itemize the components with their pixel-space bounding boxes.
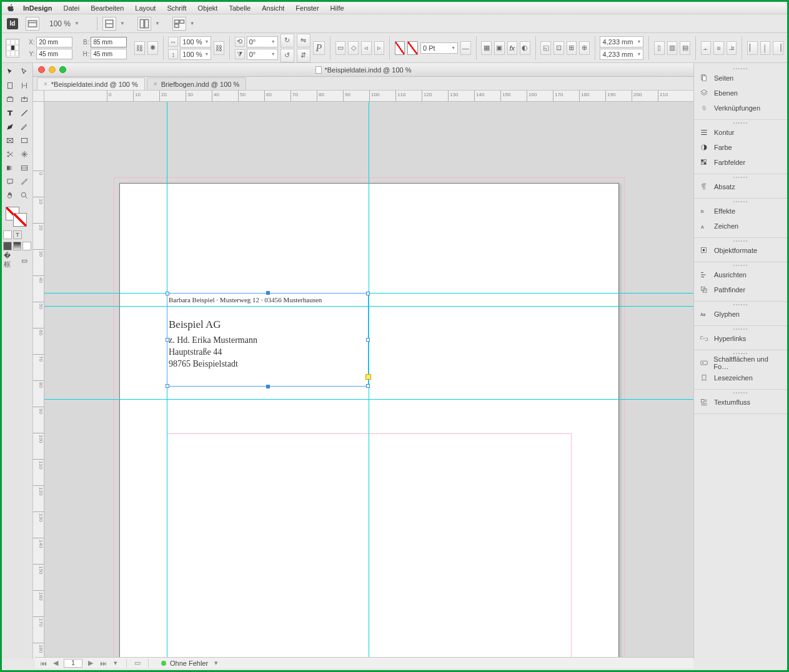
zoom-tool[interactable]: [18, 189, 32, 202]
wrap-none-icon[interactable]: ▦: [481, 41, 492, 55]
stroke-swatch[interactable]: [407, 41, 418, 55]
page-menu-icon[interactable]: ▾: [111, 659, 120, 668]
formatting-text-icon[interactable]: T: [13, 230, 22, 239]
arrange-icon[interactable]: [172, 17, 186, 31]
reference-point[interactable]: [6, 39, 19, 57]
page-tool[interactable]: [3, 79, 17, 92]
panel-bookmark[interactable]: Lesezeichen: [694, 370, 787, 385]
stroke-style-icon[interactable]: —: [460, 41, 471, 55]
pen-tool[interactable]: [3, 121, 17, 133]
screen-mode-icon[interactable]: [137, 17, 151, 31]
align-right-icon[interactable]: ▕: [773, 41, 783, 55]
menu-tabelle[interactable]: Tabelle: [229, 4, 251, 12]
fit-frame-icon[interactable]: ⊞: [567, 41, 577, 55]
content-collector-tool[interactable]: [3, 93, 17, 106]
shear[interactable]: 0°▼: [247, 49, 278, 60]
panel-pages[interactable]: Seiten: [694, 71, 787, 86]
gradient-swatch-tool[interactable]: [3, 162, 17, 174]
align-left-icon[interactable]: ▏: [747, 41, 758, 55]
handle[interactable]: [166, 292, 169, 295]
tab-close-icon[interactable]: ×: [44, 81, 47, 87]
gradient-feather-tool[interactable]: [18, 162, 32, 174]
tab-inactive[interactable]: ×Briefbogen.indd @ 100 %: [147, 77, 246, 90]
guide[interactable]: [369, 102, 369, 659]
corner-icon[interactable]: ◱: [540, 41, 551, 55]
scale-y[interactable]: 100 %▼: [180, 49, 211, 60]
select-prev-icon[interactable]: ◃: [361, 41, 372, 55]
handle[interactable]: [366, 292, 370, 295]
zoom-dropdown-icon[interactable]: ▼: [74, 21, 79, 26]
panel-align[interactable]: Ausrichten: [694, 267, 787, 282]
height-field[interactable]: [91, 49, 127, 59]
menu-datei[interactable]: Datei: [63, 4, 79, 12]
panel-char[interactable]: AZeichen: [694, 219, 787, 234]
panel-swatches[interactable]: Farbfelder: [694, 155, 787, 170]
fill-swatch[interactable]: [395, 41, 405, 55]
dist-top-icon[interactable]: ⫠: [701, 41, 712, 55]
handle[interactable]: [166, 384, 169, 388]
handle[interactable]: [366, 338, 370, 342]
opacity-icon[interactable]: ◐: [520, 41, 530, 55]
rotate-ccw-icon[interactable]: ↺: [280, 49, 294, 62]
fill-stroke-swap[interactable]: [3, 207, 31, 228]
col-2-icon[interactable]: ▥: [667, 41, 678, 55]
fit-content-icon[interactable]: ⊡: [553, 41, 564, 55]
close-icon[interactable]: [38, 66, 45, 73]
eyedropper-tool[interactable]: [18, 175, 32, 188]
col-1-icon[interactable]: ▯: [654, 41, 665, 55]
menu-ansicht[interactable]: Ansicht: [262, 4, 284, 12]
text-frame-selected[interactable]: Barbara Beispiel · Musterweg 12 · 03456 …: [167, 293, 369, 387]
menu-bearbeiten[interactable]: Bearbeiten: [91, 4, 124, 12]
gap-a[interactable]: 4,233 mm▼: [600, 36, 643, 47]
panel-para[interactable]: Absatz: [694, 179, 787, 194]
ruler-horizontal[interactable]: 0102030405060708090100110120130140150160…: [44, 91, 693, 102]
gradient-icon[interactable]: [13, 242, 22, 250]
panel-color[interactable]: Farbe: [694, 140, 787, 155]
fx-icon[interactable]: fx: [507, 41, 518, 55]
y-field[interactable]: [36, 49, 72, 59]
handle[interactable]: [366, 384, 370, 388]
dd-icon[interactable]: ▼: [190, 21, 195, 26]
view-mode-preview[interactable]: ▭: [18, 254, 32, 267]
apply-color-icon[interactable]: [3, 230, 12, 239]
flip-v-icon[interactable]: ⇵: [297, 49, 310, 62]
panel-links[interactable]: Verknüpfungen: [694, 101, 787, 116]
line-tool[interactable]: [18, 107, 32, 119]
dd-icon[interactable]: ▼: [155, 21, 160, 26]
select-content-icon[interactable]: ◇: [348, 41, 359, 55]
free-transform-tool[interactable]: [18, 148, 32, 161]
preflight-label[interactable]: Ohne Fehler: [170, 660, 208, 667]
note-tool[interactable]: [3, 175, 17, 188]
tab-active[interactable]: ×*Beispieldatei.indd @ 100 %: [37, 77, 145, 90]
panel-hyperlink[interactable]: Hyperlinks: [694, 331, 787, 346]
handle[interactable]: [166, 338, 169, 342]
x-field[interactable]: [36, 37, 72, 47]
rectangle-tool[interactable]: [18, 134, 32, 147]
menu-schrift[interactable]: Schrift: [167, 4, 186, 12]
center-icon[interactable]: ⊕: [579, 41, 590, 55]
dist-bot-icon[interactable]: ⫡: [727, 41, 737, 55]
next-page-icon[interactable]: ▶: [86, 659, 95, 668]
selection-tool[interactable]: [3, 66, 17, 78]
align-center-icon[interactable]: │: [760, 41, 771, 55]
out-port[interactable]: [365, 374, 371, 380]
gap-tool[interactable]: [18, 79, 32, 92]
dd-icon[interactable]: ▼: [120, 21, 125, 26]
scale-x[interactable]: 100 %▼: [180, 36, 211, 47]
direct-selection-tool[interactable]: [18, 66, 32, 78]
hand-tool[interactable]: [3, 189, 17, 202]
rotate-cw-icon[interactable]: ↻: [280, 34, 294, 47]
flip-h-icon[interactable]: ⇋: [297, 34, 310, 47]
col-3-icon[interactable]: ▤: [680, 41, 690, 55]
panel-objstyle[interactable]: Objektformate: [694, 243, 787, 258]
zoom-window-icon[interactable]: [59, 66, 66, 73]
last-page-icon[interactable]: ⏭: [99, 659, 107, 668]
content-placer-tool[interactable]: [18, 93, 32, 106]
sun-icon[interactable]: ✺: [147, 41, 158, 55]
wrap-bbox-icon[interactable]: ▣: [494, 41, 505, 55]
dist-mid-icon[interactable]: ≡: [713, 41, 724, 55]
panel-button[interactable]: Schaltflächen und Fo…: [694, 355, 787, 370]
traffic-lights[interactable]: [38, 66, 66, 73]
ruler-vertical[interactable]: 0102030405060708090100110120130140150160…: [33, 102, 44, 659]
menu-hilfe[interactable]: Hilfe: [330, 4, 344, 12]
